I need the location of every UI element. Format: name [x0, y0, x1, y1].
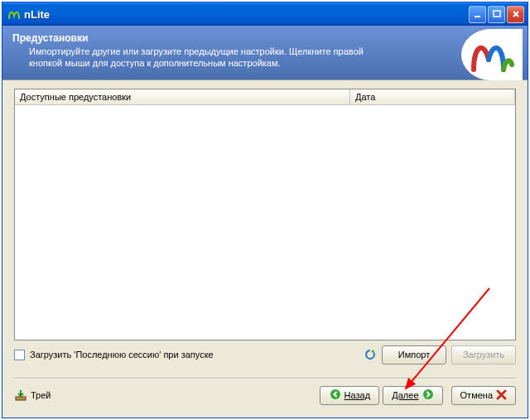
back-icon [330, 389, 341, 402]
load-last-session-checkbox[interactable] [14, 350, 25, 360]
window-title: nLite [24, 8, 469, 21]
presets-list[interactable]: Доступные предустановки Дата [14, 89, 516, 340]
tray-label: Трей [31, 390, 51, 400]
cancel-button[interactable]: Отмена [451, 386, 516, 405]
next-button[interactable]: Далее [383, 386, 442, 405]
load-button-label: Загрузить [463, 350, 504, 360]
load-button: Загрузить [451, 345, 516, 364]
list-header: Доступные предустановки Дата [15, 89, 515, 105]
options-row: Загрузить 'Последнюю сессию' при запуске… [14, 345, 516, 364]
import-button[interactable]: Импорт [382, 345, 446, 364]
app-window: nLite Предустановки Импортируйте другие … [2, 2, 528, 418]
refresh-icon[interactable] [364, 348, 377, 361]
wizard-header: Предустановки Импортируйте другие или за… [2, 26, 528, 80]
svg-point-4 [423, 389, 433, 399]
maximize-button[interactable] [488, 6, 505, 23]
wizard-footer: Трей Назад Далее Отмена [2, 379, 528, 412]
back-button[interactable]: Назад [320, 386, 379, 405]
cancel-button-label: Отмена [460, 390, 493, 400]
svg-rect-1 [494, 11, 500, 17]
app-icon [7, 7, 21, 21]
next-icon [422, 389, 434, 402]
titlebar[interactable]: nLite [2, 2, 528, 26]
page-title: Предустановки [12, 32, 518, 44]
minimize-button[interactable] [469, 6, 486, 23]
page-description: Импортируйте другие или загрузите предыд… [29, 46, 377, 70]
back-button-label: Назад [344, 390, 371, 400]
next-button-label: Далее [392, 390, 418, 400]
tray-button[interactable]: Трей [14, 389, 51, 402]
column-date[interactable]: Дата [350, 89, 515, 104]
load-last-session-label[interactable]: Загрузить 'Последнюю сессию' при запуске [30, 350, 214, 360]
column-presets[interactable]: Доступные предустановки [15, 89, 350, 104]
cancel-icon [496, 389, 507, 402]
app-logo [461, 29, 523, 80]
svg-rect-2 [16, 397, 26, 400]
import-button-label: Импорт [398, 350, 430, 360]
close-button[interactable] [507, 6, 524, 23]
window-controls [469, 6, 524, 23]
tray-icon [14, 389, 27, 402]
svg-point-3 [330, 389, 340, 399]
content-area: Доступные предустановки Дата Загрузить '… [2, 80, 528, 369]
svg-rect-0 [475, 16, 480, 17]
